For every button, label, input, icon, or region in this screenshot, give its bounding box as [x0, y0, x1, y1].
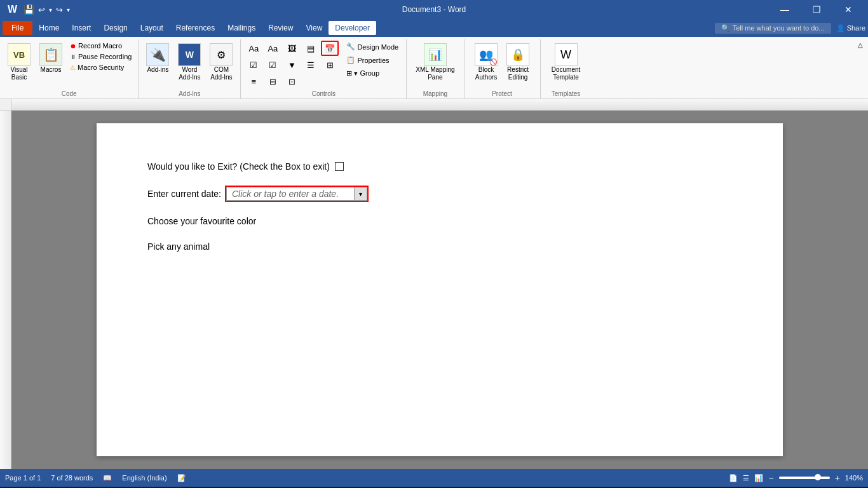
customize-btn[interactable]: ▾: [67, 6, 70, 13]
menu-item-review[interactable]: Review: [262, 21, 299, 35]
word-count: 7 of 28 words: [51, 474, 93, 482]
group-btn[interactable]: ⊞ ▾ Group: [342, 67, 402, 79]
share-btn[interactable]: 👤 Share: [836, 24, 865, 32]
mapping-group-label: Mapping: [423, 89, 447, 98]
macro-security-btn[interactable]: ⚠ Macro Security: [67, 62, 134, 72]
macro-options-col: ⏺ Record Macro ⏸ Pause Recording ⚠ Macro…: [67, 41, 134, 72]
com-add-ins-btn[interactable]: ⚙ COMAdd-Ins: [206, 41, 236, 84]
document-template-btn[interactable]: W DocumentTemplate: [548, 41, 585, 84]
ctrl-legacy2-btn[interactable]: ⊟: [264, 74, 281, 89]
ruler-vertical: [0, 111, 11, 469]
visual-basic-label: VisualBasic: [10, 66, 27, 81]
undo-dropdown-btn[interactable]: ▾: [49, 6, 52, 13]
date-label: Enter current date:: [147, 189, 221, 199]
menu-item-home[interactable]: Home: [32, 21, 65, 35]
zoom-slider[interactable]: [779, 477, 830, 479]
document-content: Would you like to Exit? (Check the Box t…: [147, 161, 732, 252]
templates-group-content: W DocumentTemplate: [548, 41, 585, 89]
title-bar-left: W 💾 ↩ ▾ ↪ ▾: [5, 3, 70, 16]
ctrl-text2-btn[interactable]: Aa: [264, 41, 281, 56]
animal-line: Pick any animal: [147, 241, 732, 252]
view-read-icon[interactable]: 📊: [754, 474, 763, 482]
document-template-label: DocumentTemplate: [552, 66, 581, 81]
ctrl-list-btn[interactable]: ☰: [302, 57, 320, 72]
window-title: Document3 - Word: [402, 5, 466, 14]
properties-label: Properties: [357, 57, 389, 64]
design-mode-btn[interactable]: 🔧 Design Mode: [342, 41, 402, 53]
ctrl-text-btn[interactable]: Aa: [245, 41, 262, 56]
view-normal-icon[interactable]: 📄: [729, 474, 738, 482]
date-field[interactable]: Click or tap to enter a date.: [227, 187, 354, 200]
restrict-editing-btn[interactable]: 🔒 RestrictEditing: [503, 41, 533, 84]
ctrl-dropdown-btn[interactable]: ▼: [283, 57, 301, 72]
ctrl-legacy3-btn[interactable]: ⊡: [283, 74, 301, 89]
pause-recording-icon: ⏸: [70, 53, 76, 60]
menu-item-insert[interactable]: Insert: [65, 21, 97, 35]
close-btn[interactable]: ✕: [834, 0, 863, 19]
main-area: Would you like to Exit? (Check the Box t…: [0, 111, 868, 469]
ribbon-collapse-btn[interactable]: △: [855, 39, 865, 50]
exit-checkbox[interactable]: [335, 162, 344, 171]
menu-item-references[interactable]: References: [170, 21, 221, 35]
quick-save-btn[interactable]: 💾: [24, 4, 34, 15]
macros-btn[interactable]: 📋 Macros: [36, 41, 66, 76]
undo-btn[interactable]: ↩: [38, 5, 45, 15]
ribbon-group-controls: Aa Aa 🖼 ▤ 📅 ☑ ☑ ▼ ☰ ⊞ ≡ ⊟ ⊡: [241, 39, 407, 98]
controls-grid-col: Aa Aa 🖼 ▤ 📅 ☑ ☑ ▼ ☰ ⊞ ≡ ⊟ ⊡: [245, 41, 339, 89]
word-add-ins-btn[interactable]: W WordAdd-Ins: [174, 41, 205, 84]
menu-item-design[interactable]: Design: [97, 21, 133, 35]
title-bar: W 💾 ↩ ▾ ↪ ▾ Document3 - Word — ❐ ✕: [0, 0, 868, 19]
controls-right-col: 🔧 Design Mode 📋 Properties ⊞ ▾ Group: [340, 41, 402, 79]
xml-mapping-icon: 📊: [424, 43, 447, 66]
ctrl-check2-btn[interactable]: ☑: [264, 57, 281, 72]
date-dropdown-btn[interactable]: ▾: [354, 187, 367, 200]
record-macro-btn[interactable]: ⏺ Record Macro: [67, 41, 134, 51]
properties-btn[interactable]: 📋 Properties: [342, 54, 402, 66]
protect-group-label: Protect: [492, 89, 512, 98]
language: English (India): [122, 474, 166, 482]
ctrl-content-btn[interactable]: ⊞: [321, 57, 339, 72]
track-changes-icon: 📝: [177, 474, 186, 482]
ctrl-check-btn[interactable]: ☑: [245, 57, 262, 72]
redo-btn[interactable]: ↪: [56, 5, 63, 15]
properties-icon: 📋: [346, 56, 355, 64]
restrict-editing-icon: 🔒: [506, 43, 529, 66]
zoom-percent[interactable]: 140%: [845, 474, 863, 482]
minimize-btn[interactable]: —: [770, 0, 799, 19]
restore-btn[interactable]: ❐: [802, 0, 831, 19]
macro-security-icon: ⚠: [70, 64, 76, 71]
com-add-ins-icon: ⚙: [210, 43, 233, 66]
controls-row-2: ☑ ☑ ▼ ☰ ⊞: [245, 57, 339, 72]
menu-item-developer[interactable]: Developer: [329, 21, 376, 35]
com-add-ins-label: COMAdd-Ins: [210, 66, 232, 81]
zoom-out-btn[interactable]: −: [768, 473, 773, 483]
record-macro-icon: ⏺: [70, 43, 76, 50]
pause-recording-label: Pause Recording: [78, 53, 132, 60]
macros-label: Macros: [41, 66, 62, 74]
menu-item-layout[interactable]: Layout: [134, 21, 170, 35]
menu-item-view[interactable]: View: [300, 21, 329, 35]
date-picker-container[interactable]: Click or tap to enter a date. ▾: [226, 187, 367, 201]
ctrl-legacy1-btn[interactable]: ≡: [245, 74, 262, 89]
xml-mapping-pane-btn[interactable]: 📊 XML MappingPane: [410, 41, 459, 84]
view-web-icon[interactable]: ☰: [743, 474, 749, 482]
menu-item-mailings[interactable]: Mailings: [221, 21, 262, 35]
restrict-editing-label: RestrictEditing: [507, 66, 529, 81]
ctrl-date-btn[interactable]: 📅: [321, 41, 339, 56]
ribbon-group-addins: 🔌 Add-ins W WordAdd-Ins ⚙ COMAdd-Ins Add…: [139, 39, 241, 98]
pause-recording-btn[interactable]: ⏸ Pause Recording: [67, 51, 134, 62]
ctrl-img-btn[interactable]: 🖼: [283, 41, 301, 56]
share-icon: 👤: [836, 24, 845, 32]
exit-text: Would you like to Exit? (Check the Box t…: [147, 161, 330, 172]
block-authors-btn[interactable]: 👥🚫 BlockAuthors: [471, 41, 501, 84]
group-label: ▾ Group: [354, 69, 379, 78]
add-ins-btn[interactable]: 🔌 Add-ins: [142, 41, 173, 76]
visual-basic-btn[interactable]: VB VisualBasic: [4, 41, 34, 84]
menu-item-file[interactable]: File: [3, 21, 32, 35]
document-page: Would you like to Exit? (Check the Box t…: [97, 123, 783, 456]
zoom-in-btn[interactable]: +: [835, 473, 840, 483]
ctrl-combo-btn[interactable]: ▤: [302, 41, 320, 56]
search-bar[interactable]: 🔍 Tell me what you want to do...: [715, 23, 831, 34]
search-placeholder: Tell me what you want to do...: [733, 24, 825, 32]
add-ins-label: Add-ins: [147, 66, 168, 74]
